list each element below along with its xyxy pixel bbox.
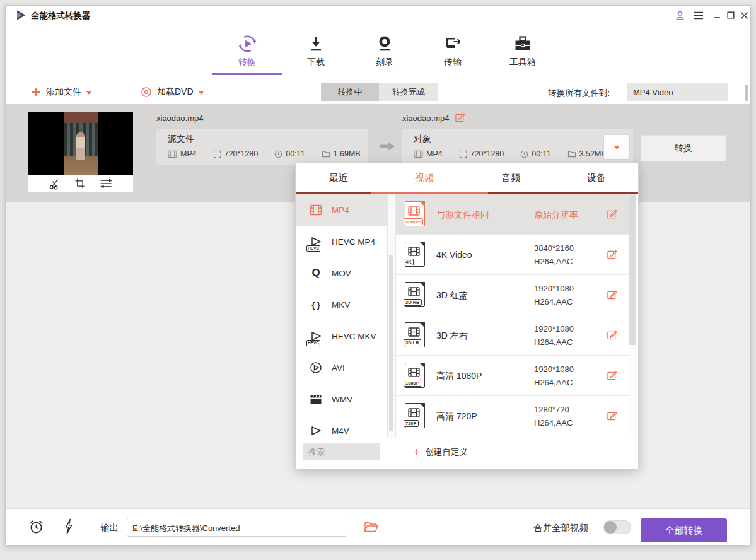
app-logo-icon: [15, 9, 27, 21]
tab-convert[interactable]: 转换: [219, 32, 276, 68]
source-info-box: 源文件 MP4 720*1280 00:11 1.69MB: [156, 129, 368, 165]
rename-edit-icon[interactable]: [455, 112, 465, 123]
menu-icon[interactable]: [692, 6, 706, 25]
tab-burn-label: 刻录: [356, 57, 413, 68]
minimize-button[interactable]: [710, 6, 724, 25]
edit-preset-icon[interactable]: [607, 411, 617, 424]
format-item-m4v[interactable]: M4V: [296, 415, 387, 438]
clip-tools: [28, 175, 133, 192]
preset-name: 3D 红蓝: [436, 275, 468, 315]
format-search-input[interactable]: [303, 443, 380, 460]
tab-converted[interactable]: 转换完成: [379, 83, 438, 101]
video-file-icon: 4K: [405, 242, 425, 267]
target-duration: 00:11: [520, 149, 550, 158]
scrollbar-thumb[interactable]: [745, 85, 748, 101]
target-size: 3.52MB: [567, 149, 607, 158]
preset-item-hd-1080p[interactable]: 1080P 高清 1080P 1920*1080H264,AAC: [396, 356, 629, 396]
merge-videos-toggle[interactable]: [603, 520, 631, 534]
preset-dropdown-button[interactable]: [603, 134, 630, 160]
popup-footer: + 创建自定义: [296, 438, 638, 469]
source-info-row: MP4 720*1280 00:11 1.69MB: [168, 149, 361, 158]
preset-detail: 1920*1080H264,AAC: [534, 282, 574, 308]
hevc-play-icon: HEVC: [308, 329, 323, 344]
scrollbar-thumb[interactable]: [389, 255, 393, 431]
chevron-down-icon: [633, 92, 638, 95]
preset-item-hd-720p[interactable]: 720P 高清 720P 1280*720H264,AAC: [396, 396, 629, 436]
open-folder-icon[interactable]: [364, 521, 378, 533]
edit-preset-icon[interactable]: [607, 209, 617, 222]
crop-icon[interactable]: [74, 178, 86, 189]
flow-arrow-icon: [379, 141, 395, 152]
source-file-icon: source: [405, 201, 425, 226]
preset-item-same-as-source[interactable]: source 与源文件相同 原始分辨率: [396, 194, 629, 235]
add-files-button[interactable]: 添加文件: [31, 86, 91, 98]
tab-transfer-label: 传输: [424, 57, 481, 68]
popup-tab-video[interactable]: 视频: [381, 163, 467, 192]
preset-item-3d-leftright[interactable]: 3D LR 3D 左右 1920*1080H264,AAC: [396, 315, 629, 356]
close-button[interactable]: [737, 6, 751, 25]
video-file-icon: 1080P: [405, 363, 425, 388]
trim-scissors-icon[interactable]: [49, 178, 61, 190]
edit-preset-icon[interactable]: [607, 249, 617, 262]
maximize-button[interactable]: [724, 6, 738, 25]
format-item-hevc-mkv[interactable]: HEVC HEVC MKV: [296, 320, 387, 352]
app-screen: 全能格式转换器 转换: [0, 0, 756, 560]
mp4-film-icon: [308, 202, 323, 218]
preset-detail: 1920*1080H264,AAC: [534, 322, 574, 349]
target-resolution: 720*1280: [459, 149, 504, 158]
tab-toolbox[interactable]: 工具箱: [494, 32, 551, 68]
format-label: MKV: [332, 300, 350, 310]
high-speed-icon[interactable]: [64, 518, 73, 535]
effects-sliders-icon[interactable]: [100, 178, 113, 189]
preset-name: 高清 1080P: [436, 356, 482, 396]
preset-item-3d-redblue[interactable]: 3D RB 3D 红蓝 1920*1080H264,AAC: [396, 275, 629, 315]
create-custom-button[interactable]: + 创建自定义: [413, 446, 468, 458]
toolbar: 添加文件 加载DVD 转换中 转换完成 转换所有文件到: MP4 Video: [6, 79, 750, 105]
video-thumbnail[interactable]: [28, 112, 133, 175]
tab-converting[interactable]: 转换中: [321, 83, 379, 101]
clock-icon: [520, 150, 528, 158]
plus-icon: +: [413, 446, 420, 458]
output-path-dropdown[interactable]: E:\全能格式转换器\Converted: [127, 518, 347, 537]
format-label: HEVC MP4: [332, 237, 375, 247]
app-title: 全能格式转换器: [31, 10, 91, 21]
load-dvd-button[interactable]: 加载DVD: [141, 86, 204, 98]
app-window: 全能格式转换器 转换: [5, 5, 751, 545]
format-item-wmv[interactable]: WMV: [296, 383, 387, 415]
format-picker-popup: 最近 视频 音频 设备 MP4 HEVC HEVC MP4: [295, 163, 639, 469]
edit-preset-icon[interactable]: [607, 289, 617, 303]
preset-detail: 1920*1080H264,AAC: [534, 363, 574, 389]
preset-name: 4K Video: [436, 235, 472, 275]
convert-all-button[interactable]: 全部转换: [641, 518, 727, 542]
format-item-mp4[interactable]: MP4: [296, 194, 387, 226]
tab-transfer[interactable]: 传输: [424, 32, 481, 68]
folder-icon: [322, 150, 330, 158]
tab-burn[interactable]: 刻录: [356, 32, 413, 68]
edit-preset-icon[interactable]: [607, 330, 617, 343]
film-icon: [414, 150, 423, 158]
format-item-avi[interactable]: AVI: [296, 352, 387, 383]
output-format-dropdown[interactable]: MP4 Video: [627, 83, 728, 101]
popup-tab-device[interactable]: 设备: [554, 163, 639, 192]
format-list-scrollbar[interactable]: [387, 194, 395, 438]
tab-download-label: 下载: [288, 57, 344, 68]
preset-list-scrollbar[interactable]: [629, 194, 636, 468]
popup-tab-recent[interactable]: 最近: [296, 163, 381, 192]
popup-tab-audio[interactable]: 音频: [468, 163, 554, 192]
convert-row-button[interactable]: 转换: [641, 135, 726, 161]
scrollbar-thumb[interactable]: [629, 195, 636, 345]
format-item-mov[interactable]: Q MOV: [296, 257, 387, 289]
download-icon: [288, 32, 344, 55]
edit-preset-icon[interactable]: [607, 370, 617, 383]
format-item-mkv[interactable]: { } MKV: [296, 289, 387, 320]
preset-name: 3D 左右: [436, 315, 468, 356]
schedule-alarm-icon[interactable]: [28, 519, 44, 535]
format-label: AVI: [332, 363, 345, 373]
preset-item-4k[interactable]: 4K 4K Video 3840*2160H264,AAC: [396, 235, 629, 275]
folder-icon: [567, 150, 576, 158]
output-format-value: MP4 Video: [633, 88, 673, 97]
format-label: MOV: [332, 269, 351, 278]
format-item-hevc-mp4[interactable]: HEVC HEVC MP4: [296, 226, 387, 257]
tab-download[interactable]: 下载: [288, 32, 344, 68]
account-icon[interactable]: [673, 6, 687, 25]
